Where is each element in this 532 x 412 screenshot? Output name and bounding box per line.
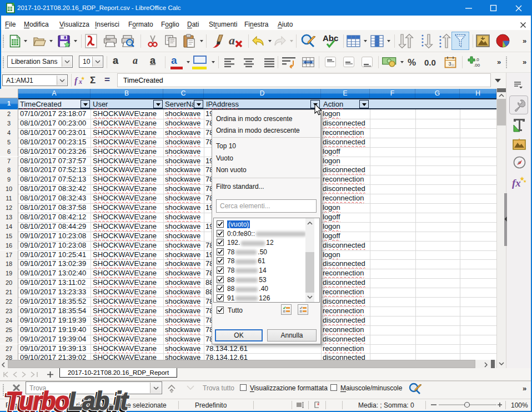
svg-text:x: x [78, 78, 82, 86]
svg-text:3: 3 [449, 61, 451, 67]
svg-text:TurboLab.it: TurboLab.it [6, 387, 129, 412]
svg-text:.00: .00 [474, 63, 480, 68]
svg-text:f: f [74, 76, 78, 86]
svg-text:*: * [317, 402, 320, 409]
svg-text:Abc: Abc [323, 33, 338, 43]
svg-text:fx: fx [512, 177, 521, 189]
svg-text:.0: .0 [475, 57, 479, 62]
svg-text:a: a [229, 34, 235, 47]
